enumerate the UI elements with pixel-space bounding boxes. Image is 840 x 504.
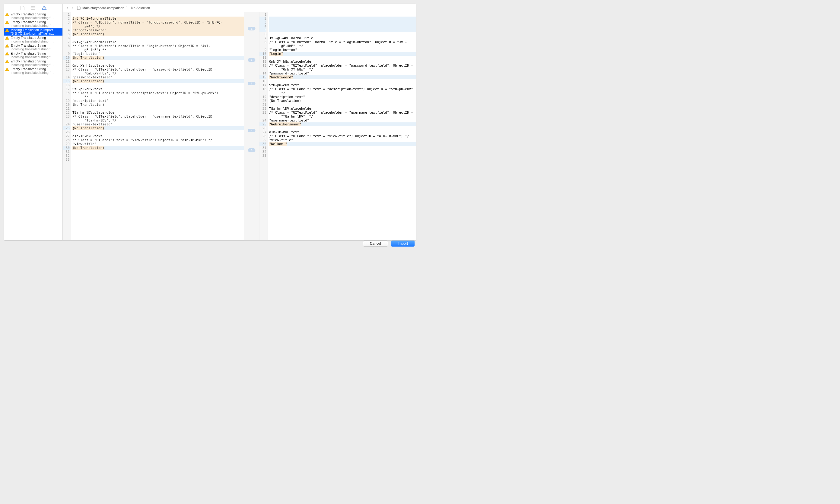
code-line: /* Class = "UITextField"; placeholder = … bbox=[269, 64, 416, 68]
code-line bbox=[72, 154, 244, 158]
issue-item[interactable]: Missing Translation in Import"5rB-7Q-Zw4… bbox=[4, 28, 63, 36]
code-line: "T8a-hm-lDV"; */ bbox=[269, 114, 416, 119]
code-line: (No Translation) bbox=[72, 56, 244, 60]
issue-title: Empty Translated String bbox=[11, 59, 61, 63]
issue-item[interactable]: Empty Translated StringIncoming translat… bbox=[4, 12, 63, 20]
issue-title: Empty Translated String bbox=[11, 20, 61, 24]
code-line: /* Class = "UITextField"; placeholder = … bbox=[72, 114, 244, 119]
issue-item[interactable]: Empty Translated StringIncoming translat… bbox=[4, 36, 63, 43]
issue-title: Empty Translated String bbox=[11, 12, 61, 16]
code-line bbox=[269, 24, 416, 28]
jumpbar-selection[interactable]: No Selection bbox=[131, 6, 150, 10]
left-gutter: 1234567891011121314151617181920212223242… bbox=[63, 12, 71, 240]
issue-item[interactable]: Empty Translated StringIncoming translat… bbox=[4, 59, 63, 67]
cancel-button[interactable]: Cancel bbox=[363, 240, 388, 247]
nav-back-icon[interactable]: 〈 bbox=[65, 6, 68, 10]
right-code[interactable]: JxI-gF-4bE.normalTitle/* Class = "UIButt… bbox=[268, 12, 416, 240]
code-line: Omb-XY-h8s.placeholder bbox=[269, 60, 416, 64]
code-line bbox=[269, 79, 416, 83]
code-line: T8a-hm-lDV.placeholder bbox=[269, 107, 416, 111]
warning-icon bbox=[5, 13, 10, 17]
code-line: "Omb-XY-h8s"; */ bbox=[72, 71, 244, 75]
code-line bbox=[269, 20, 416, 24]
diff-bubble[interactable]: 4 bbox=[248, 129, 255, 132]
issue-subtitle: Incoming translated string f… bbox=[11, 71, 61, 74]
code-line bbox=[269, 17, 416, 20]
file-icon bbox=[77, 6, 81, 10]
diff-bubble[interactable]: 1 bbox=[248, 27, 255, 31]
code-line: JxI-gF-4bE.normalTitle bbox=[269, 36, 416, 40]
code-line: /* Class = "UITextField"; placeholder = … bbox=[72, 68, 244, 71]
code-line: JxI-gF-4bE.normalTitle bbox=[72, 40, 244, 44]
svg-point-9 bbox=[7, 15, 7, 16]
code-line bbox=[72, 107, 244, 111]
warning-icon bbox=[5, 60, 10, 64]
code-line: "view-title" bbox=[269, 138, 416, 142]
code-line: (No Translation) bbox=[72, 146, 244, 150]
code-line bbox=[269, 56, 416, 60]
code-line bbox=[269, 13, 416, 17]
code-line: "Login" bbox=[269, 52, 416, 56]
code-line: "description-text" bbox=[72, 99, 244, 103]
code-line: /* Class = "UILabel"; text = "view-title… bbox=[269, 134, 416, 138]
code-line bbox=[269, 146, 416, 150]
jump-bar[interactable]: 〈 〉 Main.storyboard.comparison 〉 No Sele… bbox=[63, 4, 416, 12]
code-line: /* Class = "UILabel"; text = "descriptio… bbox=[269, 87, 416, 91]
diff-bubble[interactable]: 3 bbox=[248, 82, 255, 85]
issue-subtitle: Incoming translated string f… bbox=[11, 16, 61, 20]
code-line: (No Translation) bbox=[72, 32, 244, 36]
svg-point-13 bbox=[7, 31, 7, 31]
diff-bubble-column: 12345 bbox=[244, 12, 259, 240]
issue-title: Empty Translated String bbox=[11, 44, 61, 47]
footer-buttons: Cancel Import bbox=[363, 240, 415, 247]
warning-icon bbox=[5, 36, 10, 40]
left-code[interactable]: 5rB-7Q-Zw4.normalTitle/* Class = "UIButt… bbox=[71, 12, 244, 240]
code-line: "Welkom!" bbox=[269, 142, 416, 146]
nav-forward-icon[interactable]: 〉 bbox=[71, 6, 75, 10]
issue-item[interactable]: Empty Translated StringIncoming translat… bbox=[4, 43, 63, 51]
code-line: (No Translation) bbox=[269, 99, 416, 103]
issue-item[interactable]: Empty Translated StringIncoming translat… bbox=[4, 20, 63, 28]
import-window: Empty Translated StringIncoming translat… bbox=[4, 4, 416, 240]
issue-item[interactable]: Empty Translated StringIncoming translat… bbox=[4, 51, 63, 59]
svg-point-7 bbox=[44, 9, 44, 10]
issue-item[interactable]: Empty Translated StringIncoming translat… bbox=[4, 67, 63, 75]
diff-bubble[interactable]: 2 bbox=[248, 58, 255, 62]
warning-icon bbox=[5, 28, 10, 33]
code-line: /* Class = "UIButton"; normalTitle = "fo… bbox=[72, 20, 244, 24]
code-line: (No Translation) bbox=[72, 126, 244, 130]
code-line bbox=[269, 126, 416, 130]
code-line: */ bbox=[269, 91, 416, 95]
code-line: "password-textfield" bbox=[269, 71, 416, 75]
issue-title: Missing Translation in Import bbox=[11, 28, 61, 32]
code-line bbox=[72, 60, 244, 64]
code-line: a1b-1B-MkE.text bbox=[269, 130, 416, 134]
right-gutter: 1234567891011121314151617181920212223242… bbox=[259, 12, 268, 240]
diff-bubble[interactable]: 5 bbox=[248, 148, 255, 152]
code-line: (No Translation) bbox=[72, 79, 244, 83]
import-button[interactable]: Import bbox=[391, 240, 415, 247]
code-line: "T8a-hm-lDV"; */ bbox=[72, 119, 244, 122]
file-tab-icon[interactable] bbox=[20, 5, 25, 10]
nav-arrows[interactable]: 〈 〉 bbox=[65, 6, 75, 10]
code-line bbox=[269, 150, 416, 154]
issue-subtitle: "5rB-7Q-Zw4.normalTitle" c… bbox=[11, 32, 61, 35]
code-line: "password-textfield" bbox=[72, 75, 244, 79]
issue-subtitle: Incoming translated string f… bbox=[11, 47, 61, 51]
svg-point-17 bbox=[7, 47, 7, 47]
issue-title: Empty Translated String bbox=[11, 36, 61, 39]
warning-icon bbox=[5, 44, 10, 48]
list-tab-icon[interactable] bbox=[31, 5, 36, 10]
code-line: /* Class = "UIButton"; normalTitle = "lo… bbox=[269, 40, 416, 44]
issues-tab-icon[interactable] bbox=[41, 5, 47, 10]
code-line bbox=[72, 130, 244, 134]
warning-icon bbox=[5, 52, 10, 56]
svg-point-15 bbox=[7, 39, 7, 39]
jumpbar-file[interactable]: Main.storyboard.comparison bbox=[82, 6, 124, 10]
left-pane: 1234567891011121314151617181920212223242… bbox=[63, 12, 244, 240]
code-line: "Wachtwoord" bbox=[269, 75, 416, 79]
issue-subtitle: Incoming translated string f… bbox=[11, 55, 61, 59]
code-line: "description-text" bbox=[269, 95, 416, 99]
code-line: "Gebruikersnaam" bbox=[269, 122, 416, 126]
code-line bbox=[269, 32, 416, 36]
